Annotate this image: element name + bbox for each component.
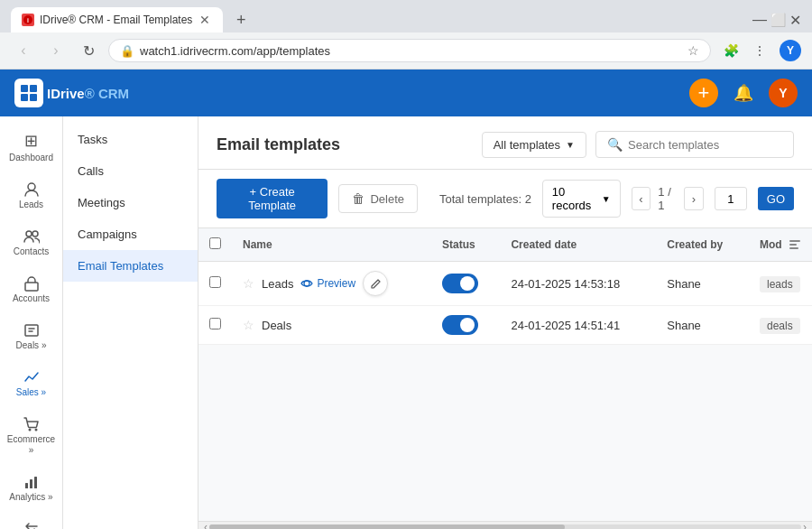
preview-link-1[interactable]: Preview [300, 277, 355, 290]
nav-item-meetings[interactable]: Meetings [63, 187, 198, 218]
scrollbar-track[interactable] [209, 524, 801, 530]
page-number-input[interactable] [715, 187, 747, 210]
toggle-slider-1 [442, 274, 478, 293]
horizontal-scrollbar[interactable]: ‹ › [198, 521, 812, 529]
row-date-cell-2: 24-01-2025 14:51:41 [500, 306, 656, 345]
new-tab-button[interactable]: + [230, 9, 252, 31]
reload-button[interactable]: ↻ [76, 38, 101, 63]
notifications-button[interactable]: 🔔 [729, 79, 758, 107]
main-content: Email templates All templates ▼ 🔍 + Crea… [198, 116, 812, 529]
svg-rect-5 [30, 94, 37, 101]
security-icon: 🔒 [120, 44, 134, 58]
row-status-cell-2 [431, 306, 500, 345]
scroll-right-arrow[interactable]: › [801, 521, 808, 530]
row-created-by-cell-2: Shane [656, 306, 749, 345]
main-header: Email templates All templates ▼ 🔍 [198, 116, 812, 170]
module-tag-2: deals [760, 318, 800, 334]
sidebar-item-dashboard[interactable]: ⊞ Dashboard [4, 124, 60, 171]
sidebar-item-data-migration[interactable]: Data Migration [4, 514, 60, 529]
name-cell-2: ☆ Deals [243, 318, 420, 332]
sidebar-item-accounts[interactable]: Accounts [4, 268, 60, 311]
minimize-button[interactable]: — [752, 12, 767, 28]
delete-button[interactable]: 🗑 Delete [338, 184, 418, 213]
page-total: 1 [658, 199, 664, 212]
row-module-cell-1: leads [749, 262, 812, 306]
sidebar-item-analytics[interactable]: Analytics » [4, 467, 60, 510]
svg-rect-17 [789, 244, 797, 246]
svg-rect-16 [789, 240, 800, 242]
table-row: ☆ Leads Preview [198, 262, 812, 306]
page-info: 1 / 1 [654, 185, 680, 212]
nav-item-email-templates[interactable]: Email Templates [63, 250, 198, 282]
menu-button[interactable]: ⋮ [747, 38, 772, 63]
nav-item-calls[interactable]: Calls [63, 155, 198, 187]
ecommerce-icon [23, 416, 40, 432]
create-template-button[interactable]: + Create Template [217, 179, 328, 218]
scrollbar-thumb [209, 524, 565, 530]
forward-button[interactable]: › [43, 38, 69, 63]
row-checkbox-cell-2 [198, 306, 232, 345]
back-button[interactable]: ‹ [11, 38, 36, 63]
close-button[interactable]: ✕ [789, 12, 801, 29]
favicon: i [22, 14, 34, 26]
nav-item-tasks[interactable]: Tasks [63, 124, 198, 155]
sidebar-label-leads: Leads [19, 200, 43, 210]
table-header: Name Status Created date Created by Mod [198, 228, 812, 262]
nav-panel: Tasks Calls Meetings Campaigns Email Tem… [63, 116, 198, 529]
name-cell-1: ☆ Leads Preview [243, 271, 420, 296]
template-name-1: Leads [262, 277, 293, 291]
header-created-by: Created by [656, 228, 749, 262]
row-status-cell-1 [431, 262, 500, 306]
next-page-button[interactable]: › [684, 187, 704, 210]
browser-toolbar-icons: 🧩 ⋮ [718, 38, 772, 63]
toggle-slider-2 [442, 315, 478, 335]
svg-rect-13 [25, 483, 28, 488]
table-row: ☆ Deals 24-01-2025 14:51:41 [198, 306, 812, 345]
add-button[interactable]: + [689, 79, 718, 107]
template-name-2: Deals [262, 319, 291, 332]
app-header: IDrive® CRM + 🔔 Y [0, 70, 812, 116]
window-controls: — ⬜ ✕ [752, 12, 801, 29]
select-all-checkbox[interactable] [209, 237, 221, 249]
sidebar-item-leads[interactable]: Leads [4, 174, 60, 218]
prev-page-button[interactable]: ‹ [632, 187, 651, 210]
address-bar[interactable]: 🔒 watch1.idrivecrm.com/app/templates ☆ [108, 39, 711, 62]
delete-icon: 🗑 [352, 191, 364, 206]
module-tag-1: leads [760, 276, 800, 292]
star-icon-1[interactable]: ☆ [243, 276, 254, 291]
status-toggle-2[interactable] [442, 315, 478, 335]
status-toggle-1[interactable] [442, 274, 478, 293]
tab-title: IDrive® CRM - Email Templates [40, 14, 192, 26]
edit-button-1[interactable] [363, 271, 388, 296]
header-right: All templates ▼ 🔍 [482, 131, 794, 158]
sidebar-item-contacts[interactable]: Contacts [4, 221, 60, 264]
sidebar-label-contacts: Contacts [14, 246, 49, 257]
sidebar-item-deals[interactable]: Deals » [4, 315, 60, 358]
row-checkbox-2[interactable] [209, 318, 221, 329]
maximize-button[interactable]: ⬜ [770, 13, 786, 27]
browser-tab[interactable]: i IDrive® CRM - Email Templates ✕ [11, 7, 223, 32]
url-text: watch1.idrivecrm.com/app/templates [140, 44, 682, 58]
sidebar-item-ecommerce[interactable]: Ecommerce » [4, 409, 60, 463]
svg-rect-3 [30, 85, 37, 92]
contacts-icon [23, 228, 40, 245]
svg-rect-10 [25, 325, 38, 336]
nav-item-campaigns[interactable]: Campaigns [63, 218, 198, 250]
tab-close-button[interactable]: ✕ [198, 13, 212, 27]
sidebar-item-sales[interactable]: Sales » [4, 362, 60, 405]
row-checkbox-1[interactable] [209, 276, 221, 288]
search-input[interactable] [628, 138, 782, 152]
row-name-cell-1: ☆ Leads Preview [232, 262, 431, 306]
filter-button[interactable]: All templates ▼ [482, 132, 586, 158]
scroll-left-arrow[interactable]: ‹ [202, 521, 209, 530]
go-button[interactable]: GO [758, 187, 794, 210]
user-avatar[interactable]: Y [769, 79, 798, 107]
svg-point-8 [32, 231, 38, 237]
extensions-button[interactable]: 🧩 [718, 38, 743, 63]
column-settings-button[interactable] [789, 238, 801, 251]
row-date-cell-1: 24-01-2025 14:53:18 [500, 262, 656, 306]
browser-profile[interactable]: Y [780, 40, 801, 61]
star-icon-2[interactable]: ☆ [243, 318, 254, 332]
records-per-page-select[interactable]: 10 records ▼ [542, 180, 621, 218]
browser-toolbar: ‹ › ↻ 🔒 watch1.idrivecrm.com/app/templat… [0, 32, 812, 69]
